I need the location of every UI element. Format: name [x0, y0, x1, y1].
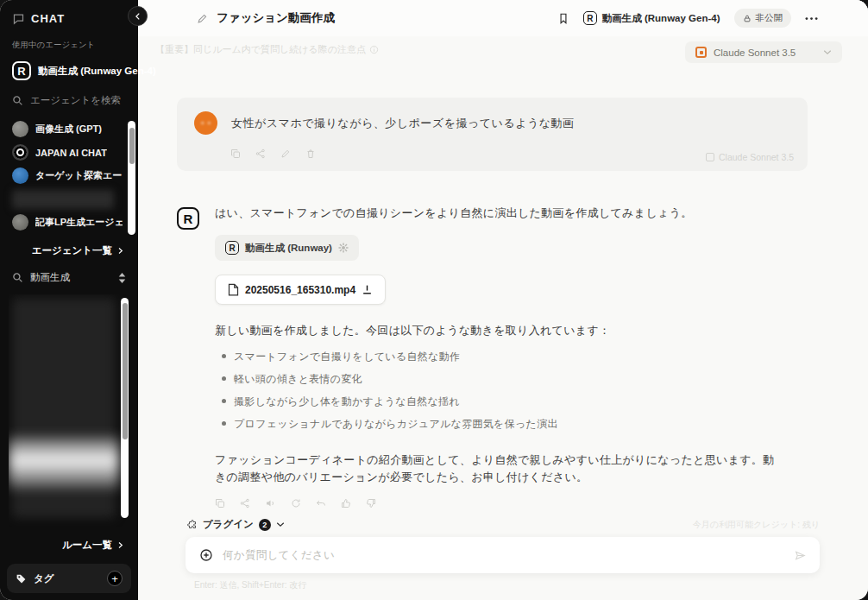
sidebar-item-agent-lp[interactable]: 記事LP生成エージェン [12, 211, 123, 234]
agent-search-input[interactable]: エージェントを検索 [0, 85, 138, 112]
room-search-input[interactable]: 動画生成 [0, 262, 138, 289]
chevron-down-icon [823, 49, 832, 55]
chat-bubble-icon [12, 12, 25, 25]
room-search-value: 動画生成 [30, 271, 111, 284]
agent-list-link[interactable]: エージェント一覧 [0, 236, 138, 262]
runway-logo-icon: R [12, 61, 31, 80]
search-icon [12, 272, 23, 283]
agent-list-scrollbar[interactable] [128, 121, 135, 235]
visibility-badge[interactable]: 非公開 [734, 9, 792, 28]
thumbs-down-icon[interactable] [366, 498, 376, 508]
edit-icon[interactable] [280, 148, 291, 159]
runway-logo-icon: R [225, 241, 239, 255]
sort-icon[interactable] [118, 273, 126, 283]
sidebar-item-agent-japan-ai-chat[interactable]: JAPAN AI CHAT [12, 141, 123, 164]
search-icon [12, 95, 23, 106]
redacted-agent [12, 190, 114, 209]
assistant-intro-text: はい、スマートフォンでの自撮りシーンをより自然に演出した動画を作成してみましょう… [215, 205, 784, 221]
thumbs-up-icon[interactable] [341, 498, 351, 508]
assistant-paragraph: ファッションコーディネートの紹介動画として、より自然で親しみやすい仕上がりになっ… [215, 452, 784, 486]
send-icon[interactable] [795, 550, 806, 561]
share-icon[interactable] [240, 498, 250, 508]
main-panel: ファッション動画作成 R 動画生成 (Runway Gen-4) 非公開 [138, 0, 868, 600]
undo-icon[interactable] [316, 498, 326, 508]
model-icon [706, 153, 714, 161]
model-selector[interactable]: Claude Sonnet 3.5 [685, 41, 842, 63]
assistant-paragraph: 新しい動画を作成しました。今回は以下のような動きを取り入れています： [215, 322, 784, 339]
sidebar-item-agent-target[interactable]: ターゲット探索エージ： [12, 164, 123, 187]
chevron-right-icon [116, 541, 124, 549]
puzzle-icon [187, 520, 198, 530]
sidebar-item-active-agent[interactable]: R 動画生成 (Runway Gen-4) [0, 56, 138, 85]
chevron-left-icon [134, 12, 142, 21]
runway-logo-icon: R [583, 11, 597, 25]
sidebar-collapse-button[interactable] [128, 6, 148, 26]
logo-text: CHAT [31, 12, 65, 25]
plugins-count-badge: 2 [259, 519, 271, 531]
agent-avatar [12, 144, 28, 161]
tool-chip-runway[interactable]: R 動画生成 (Runway) [215, 235, 359, 261]
chevron-right-icon [116, 247, 124, 255]
active-agent-label: 動画生成 (Runway Gen-4) [38, 65, 156, 78]
agent-avatar [12, 214, 28, 231]
room-notice[interactable]: 【重要】同じルーム内で質問し続ける際の注意点 [155, 41, 379, 56]
room-list-scrollbar[interactable] [121, 298, 129, 518]
tag-icon [16, 573, 27, 584]
sidebar: CHAT 使用中のエージェント R 動画生成 (Runway Gen-4) エー… [0, 0, 138, 600]
room-list-link[interactable]: ルーム一覧 [0, 530, 138, 557]
agent-search-placeholder: エージェントを検索 [30, 94, 126, 107]
selected-room-highlight [9, 437, 119, 489]
input-placeholder: 何か質問してください [223, 548, 785, 563]
assistant-message: R はい、スマートフォンでの自撮りシーンをより自然に演出した動画を作成してみまし… [177, 205, 808, 508]
app-logo: CHAT [0, 9, 138, 28]
add-tag-button[interactable]: + [107, 571, 123, 586]
assistant-avatar-runway: R [177, 207, 199, 230]
keyboard-hint: Enter: 送信, Shift+Enter: 改行 [194, 579, 820, 591]
sub-header: 【重要】同じルーム内で質問し続ける際の注意点 Claude Sonnet 3.5 [138, 36, 868, 66]
composer: プラグイン 2 今月の利用可能クレジット: 残り 何か質問してください Ente… [138, 515, 868, 600]
plugins-button[interactable]: プラグイン 2 [187, 518, 285, 531]
chevron-down-icon [276, 521, 285, 527]
agent-avatar [12, 167, 28, 184]
sidebar-item-agent-gpt[interactable]: 画像生成 (GPT) [12, 117, 123, 141]
assistant-bullet-list: スマートフォンで自撮りをしている自然な動作 軽い頭の傾きと表情の変化 撮影しなが… [220, 350, 784, 439]
credits-note: 今月の利用可能クレジット: 残り [693, 519, 820, 531]
attach-plus-icon[interactable] [199, 548, 213, 562]
bullet-item: 軽い頭の傾きと表情の変化 [220, 372, 784, 395]
message-input[interactable]: 何か質問してください [186, 537, 820, 573]
more-menu-icon[interactable] [805, 16, 818, 21]
gear-icon [338, 243, 349, 253]
message-list: 女性がスマホで撮りながら、少しポーズを撮っているような動画 Claude Son… [138, 66, 868, 515]
video-file-attachment[interactable]: 20250516_165310.mp4 [215, 275, 386, 305]
copy-icon[interactable] [230, 148, 241, 159]
app-window: CHAT 使用中のエージェント R 動画生成 (Runway Gen-4) エー… [0, 0, 868, 600]
message-model-tag: Claude Sonnet 3.5 [706, 152, 794, 162]
header-agent-badge[interactable]: R 動画生成 (Runway Gen-4) [583, 11, 720, 25]
agent-avatar [12, 121, 28, 137]
chat-header: ファッション動画作成 R 動画生成 (Runway Gen-4) 非公開 [138, 0, 868, 36]
sidebar-item-agent-redacted[interactable] [12, 187, 123, 211]
regenerate-icon[interactable] [291, 498, 301, 508]
download-icon[interactable] [362, 284, 373, 295]
share-icon[interactable] [255, 148, 266, 159]
info-icon [369, 45, 379, 54]
user-avatar [194, 111, 217, 135]
delete-icon[interactable] [305, 148, 316, 159]
agents-section-label: 使用中のエージェント [0, 28, 138, 56]
user-message: 女性がスマホで撮りながら、少しポーズを撮っているような動画 Claude Son… [177, 98, 808, 171]
tag-bar[interactable]: タグ + [7, 564, 131, 593]
speaker-icon[interactable] [265, 498, 276, 508]
edit-title-icon[interactable] [197, 13, 208, 24]
assistant-message-actions [215, 498, 784, 508]
user-message-text: 女性がスマホで撮りながら、少しポーズを撮っているような動画 [231, 111, 575, 131]
page-title: ファッション動画作成 [217, 10, 335, 26]
copy-icon[interactable] [215, 498, 225, 508]
claude-icon [695, 47, 707, 58]
room-list[interactable] [9, 294, 131, 527]
bullet-item: 撮影しながら少し体を動かすような自然な揺れ [220, 395, 784, 417]
lock-icon [743, 14, 752, 23]
bullet-item: スマートフォンで自撮りをしている自然な動作 [220, 350, 784, 372]
bullet-item: プロフェッショナルでありながらカジュアルな雰囲気を保った演出 [220, 417, 784, 439]
bookmark-icon[interactable] [557, 12, 569, 25]
file-name: 20250516_165310.mp4 [245, 284, 355, 296]
